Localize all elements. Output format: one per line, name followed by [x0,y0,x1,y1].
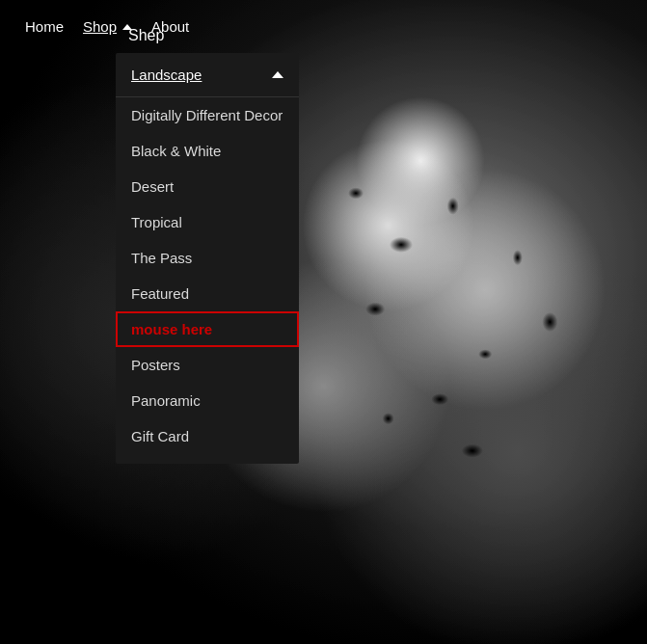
dropdown-header[interactable]: Landscape [116,53,299,97]
dropdown-item-the-pass[interactable]: The Pass [116,240,299,276]
nav-home[interactable]: Home [19,14,69,39]
dropdown-menu: Landscape Digitally Different DecorBlack… [116,53,299,464]
dropdown-item-mouse-here[interactable]: mouse here [116,311,299,347]
dropdown-item-tropical[interactable]: Tropical [116,204,299,240]
navbar: Home Shop About [0,0,647,53]
background-image [0,0,647,644]
dropdown-item-digitally-different-decor[interactable]: Digitally Different Decor [116,97,299,133]
dropdown-item-posters[interactable]: Posters [116,347,299,383]
chevron-up-icon [272,71,283,78]
nav-shop[interactable]: Shop [77,14,138,39]
dropdown-item-featured[interactable]: Featured [116,276,299,311]
nav-about[interactable]: About [146,14,195,39]
dropdown-item-black-white[interactable]: Black & White [116,133,299,169]
nav-shop-label: Shop [83,18,117,35]
dropdown-item-desert[interactable]: Desert [116,169,299,204]
dropdown-items: Digitally Different DecorBlack & WhiteDe… [116,97,299,454]
dropdown-item-panoramic[interactable]: Panoramic [116,383,299,418]
nav-links: Home Shop About [19,14,195,39]
dropdown-item-gift-card[interactable]: Gift Card [116,418,299,454]
chevron-up-icon [122,24,132,30]
dropdown-header-label: Landscape [131,67,202,83]
